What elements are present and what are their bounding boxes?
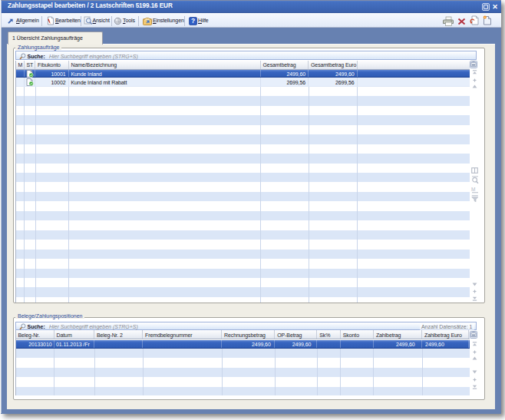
svg-text:M: M xyxy=(471,187,475,192)
svg-text:?: ? xyxy=(191,17,195,25)
